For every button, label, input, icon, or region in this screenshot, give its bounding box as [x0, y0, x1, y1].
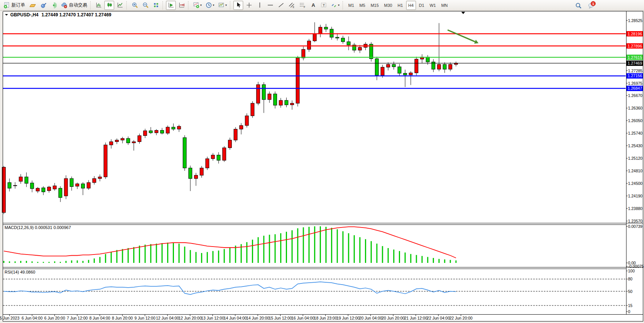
price-tick-label: 1.26360	[628, 106, 642, 110]
templates-button[interactable]: ▾	[217, 1, 228, 10]
toolbar-group-timeframes: M1M5M15M30H1H4D1W1MN	[346, 0, 450, 11]
toolbar-group-scroll	[166, 0, 187, 11]
candle	[223, 146, 226, 162]
macd-histogram-bar	[365, 239, 366, 263]
arrows-button-dropdown-arrow[interactable]: ▾	[338, 3, 340, 7]
macd-histogram-bar	[359, 237, 360, 263]
price-tick-label: 1.26050	[628, 118, 642, 123]
horizontal-line-button[interactable]	[265, 1, 275, 10]
macd-histogram-bar	[456, 261, 457, 263]
auto-scroll-button[interactable]	[166, 1, 176, 10]
autotrade-icon	[61, 2, 67, 8]
toolbar-group-trade: 新订单自动交易	[2, 0, 89, 11]
tf-m30-button[interactable]: M30	[382, 1, 394, 10]
tf-m15-button[interactable]: M15	[368, 1, 381, 10]
macd-histogram-bar	[246, 242, 247, 263]
cursor-icon	[235, 2, 242, 8]
macd-histogram-bar	[14, 261, 16, 263]
fibonacci-button[interactable]: F	[297, 1, 307, 10]
text-label-button[interactable]: T	[319, 1, 328, 10]
macd-histogram-bar	[263, 236, 265, 263]
macd-histogram-bar	[3, 261, 5, 263]
tf-d1-button[interactable]: D1	[417, 1, 427, 10]
chart-svg[interactable]: 1.285251.272851.269751.266701.263601.260…	[0, 11, 644, 323]
chart-shift-button[interactable]	[177, 1, 187, 10]
macd-histogram-bar	[348, 233, 349, 263]
macd-histogram-bar	[218, 251, 219, 263]
svg-text:1.27469: 1.27469	[628, 61, 642, 65]
macd-histogram-bar	[48, 262, 49, 263]
tf-mn-button-label: MN	[441, 3, 448, 8]
toolbar-group-zoom	[129, 0, 161, 11]
macd-histogram-bar	[9, 261, 10, 263]
macd-histogram-bar	[376, 243, 378, 263]
arrows-button[interactable]: ▾	[329, 1, 341, 10]
macd-histogram-bar	[88, 260, 89, 263]
toolbar-group-insert: ▾▾▾	[191, 0, 229, 11]
svg-text:1.27156: 1.27156	[628, 73, 642, 78]
zoom-out-button[interactable]	[140, 1, 150, 10]
macd-histogram-bar	[26, 261, 27, 263]
macd-histogram-bar	[71, 261, 72, 263]
date-tick-label: 15 Jun 12:00	[269, 316, 292, 320]
main-toolbar: 新订单自动交易▾▾▾EFAT▾M1M5M15M30H1H4D1W1MN	[0, 0, 644, 11]
tf-h1-button[interactable]: H1	[395, 1, 405, 10]
toolbar-separator	[230, 1, 232, 10]
price-tick-label: 1.24190	[628, 194, 642, 198]
tf-m5-button[interactable]: M5	[357, 1, 367, 10]
macd-histogram-bar	[94, 258, 95, 263]
autotrade-button-label: 自动交易	[69, 2, 87, 8]
cursor-button[interactable]	[233, 1, 243, 10]
macd-histogram-bar	[133, 247, 134, 263]
macd-tick-label: 0.00739	[628, 224, 642, 229]
tf-w1-button[interactable]: W1	[427, 1, 438, 10]
tile-windows-button[interactable]	[151, 1, 161, 10]
equidistant-channel-button[interactable]: E	[287, 1, 296, 10]
textT-icon: T	[320, 2, 327, 8]
crosshair-button[interactable]	[244, 1, 254, 10]
indicators-button-dropdown-arrow[interactable]: ▾	[200, 3, 202, 7]
tf-h4-button[interactable]: H4	[406, 1, 416, 10]
rsi-label: RSI(14) 49.0860	[5, 270, 35, 274]
chart-window: 1.285251.272851.269751.266701.263601.260…	[0, 11, 644, 323]
rsi-tick-label: 100	[628, 269, 635, 273]
price-tick-label: 1.24500	[628, 181, 642, 186]
price-tick-label: 1.25740	[628, 131, 642, 135]
macd-histogram-bar	[427, 257, 428, 263]
text-button[interactable]: A	[308, 1, 318, 10]
line-chart-button[interactable]	[115, 1, 125, 10]
macd-histogram-bar	[111, 252, 112, 263]
chat-button[interactable]: 1	[584, 1, 598, 10]
new-order-button-label: 新订单	[11, 2, 25, 8]
bar-chart-button[interactable]	[94, 1, 104, 10]
periods-button-dropdown-arrow[interactable]: ▾	[213, 3, 214, 7]
macd-histogram-bar	[179, 243, 180, 263]
macd-histogram-bar	[77, 261, 78, 263]
macd-histogram-bar	[393, 250, 394, 263]
zoom-in-button[interactable]	[130, 1, 140, 10]
search-button[interactable]	[573, 1, 583, 10]
date-tick-label: 16 Jun 04:00	[292, 316, 315, 320]
periods-button[interactable]: ▾	[204, 1, 216, 10]
crosshair-icon	[246, 2, 252, 8]
macd-histogram-bar	[314, 226, 315, 263]
candlestick-chart-button[interactable]	[104, 1, 114, 10]
macd-histogram-bar	[207, 252, 208, 263]
new-order-button[interactable]: 新订单	[2, 1, 27, 10]
autotrade-button[interactable]: 自动交易	[59, 1, 89, 10]
candle	[183, 135, 187, 171]
indicators-button[interactable]: ▾	[191, 1, 203, 10]
date-tick-label: 8 Jun 04:00	[89, 316, 110, 320]
signals-button[interactable]	[49, 1, 59, 10]
candle	[234, 127, 237, 142]
macd-histogram-bar	[405, 253, 406, 263]
rsi-tick-label: 80	[628, 277, 633, 281]
vertical-line-button[interactable]	[255, 1, 265, 10]
publish-button[interactable]	[38, 1, 48, 10]
templates-button-dropdown-arrow[interactable]: ▾	[225, 3, 227, 7]
tf-w1-button-label: W1	[430, 3, 436, 8]
trendline-button[interactable]	[276, 1, 286, 10]
tf-mn-button[interactable]: MN	[439, 1, 450, 10]
tf-m1-button[interactable]: M1	[346, 1, 356, 10]
gold-button[interactable]	[27, 1, 37, 10]
